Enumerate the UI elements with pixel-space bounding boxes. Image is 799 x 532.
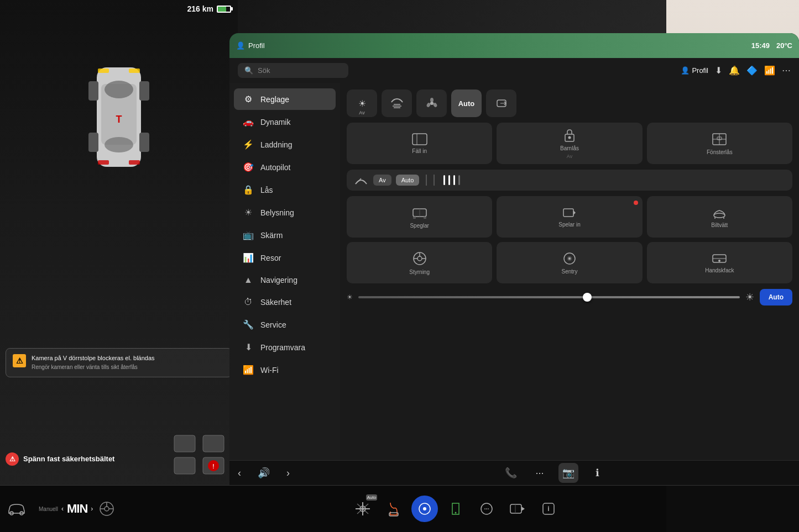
navigering-icon: ▲ xyxy=(243,275,254,285)
sidebar-item-sakerhet[interactable]: ⏱ Säkerhet xyxy=(234,292,336,313)
svg-point-59 xyxy=(105,507,109,511)
search-box[interactable]: 🔍 Sök xyxy=(238,63,348,78)
sentry-label: Sentry xyxy=(562,268,578,275)
sidebar-item-reglage[interactable]: ⚙ Reglage xyxy=(234,88,336,110)
car-bottom-icon[interactable] xyxy=(0,501,33,517)
brightness-btn[interactable]: ☀ Av xyxy=(347,89,377,117)
info-bottom-btn[interactable]: i xyxy=(535,496,562,522)
range-display: 216 km xyxy=(187,4,213,13)
left-arrow-temp[interactable]: ‹ xyxy=(61,505,64,513)
heated-steering-btn[interactable] xyxy=(93,501,121,517)
person-icon-header: 👤 xyxy=(681,66,690,75)
brightness-slider[interactable] xyxy=(358,296,740,298)
camera-warning-title: Kamera på V dörrstolpe blockeras el. blä… xyxy=(32,354,155,362)
media-btn[interactable] xyxy=(411,496,438,522)
sakerhet-label: Säkerhet xyxy=(260,298,291,307)
search-placeholder-text: Sök xyxy=(258,66,270,75)
map-overlay: 👤 Profil 15:49 20°C xyxy=(229,33,799,58)
sidebar-item-skarm[interactable]: 📺 Skärm xyxy=(234,224,336,246)
fan-btn[interactable] xyxy=(416,89,447,117)
styrning-btn[interactable]: Styrning xyxy=(347,242,492,283)
apps-bottom-btn[interactable]: ··· xyxy=(473,496,500,522)
more-header-icon[interactable]: ⋯ xyxy=(782,65,791,76)
climate-center-btn[interactable]: Auto xyxy=(349,496,376,522)
seat-heat-btn[interactable] xyxy=(380,496,407,522)
profile-label[interactable]: 👤 Profil xyxy=(236,41,265,50)
panel-header: 🔍 Sök 👤 Profil ⬇ 🔔 🔷 📶 ⋯ xyxy=(229,58,799,83)
bluetooth-icon[interactable]: 🔷 xyxy=(746,65,758,76)
defrost-front-btn[interactable] xyxy=(382,89,412,117)
svg-rect-27 xyxy=(412,134,427,145)
svg-rect-11 xyxy=(98,160,109,165)
barnlas-sublabel: Av xyxy=(567,154,572,159)
camera-warning-box: ⚠ Kamera på V dörrstolpe blockeras el. b… xyxy=(6,348,232,377)
camera-bottom-btn[interactable] xyxy=(504,496,531,522)
auto-climate-btn[interactable]: Auto xyxy=(451,89,482,117)
handskfack-btn[interactable]: Handskfack xyxy=(647,242,792,283)
panel-content: ⚙ Reglage 🚗 Dynamik ⚡ Laddning 🎯 Autopil… xyxy=(229,83,799,460)
svg-rect-70 xyxy=(510,504,521,513)
sidebar-item-autopilot[interactable]: 🎯 Autopilot xyxy=(234,156,336,178)
svg-rect-9 xyxy=(98,69,109,73)
apps-icon: ··· xyxy=(480,502,493,515)
spelar-in-btn[interactable]: Spelar in xyxy=(497,196,642,238)
notification-icon[interactable]: 🔔 xyxy=(729,65,740,76)
brightness-label: Av xyxy=(359,110,364,115)
sidebar-item-dynamik[interactable]: 🚗 Dynamik xyxy=(234,111,336,133)
fall-in-btn[interactable]: Fäll in xyxy=(347,123,492,164)
autopilot-label: Autopilot xyxy=(260,163,290,172)
camera-app-icon[interactable]: 📷 xyxy=(558,463,578,483)
svg-text:i: i xyxy=(548,505,550,513)
phone-icon[interactable]: 📞 xyxy=(501,463,521,483)
phone-bottom-btn[interactable] xyxy=(442,496,469,522)
bottom-status-bar: Manuell ‹ MIN › Auto xyxy=(0,485,799,532)
sidebar-item-belysning[interactable]: ☀ Belysning xyxy=(234,202,336,223)
profile-header-icon[interactable]: 👤 Profil xyxy=(681,66,708,75)
temp-mode-label: Manuell xyxy=(39,506,58,512)
volume-icon[interactable]: 🔊 xyxy=(254,463,274,483)
barnlas-label: Barnlås xyxy=(560,145,579,151)
back-arrow-icon[interactable]: ‹ xyxy=(229,463,249,483)
wifi-menu-icon: 📶 xyxy=(243,365,254,375)
info-bottom-icon: i xyxy=(542,502,555,515)
resor-label: Resor xyxy=(260,254,281,262)
sidebar-item-laddning[interactable]: ⚡ Laddning xyxy=(234,134,336,155)
auto-brightness-btn[interactable]: Auto xyxy=(760,289,792,305)
svg-rect-5 xyxy=(139,81,149,101)
more-apps-icon[interactable]: ··· xyxy=(530,463,550,483)
wifi-icon[interactable]: 📶 xyxy=(764,65,775,76)
barnlas-icon xyxy=(563,128,576,143)
belysning-icon: ☀ xyxy=(243,207,254,218)
brightness-large-icon: ☀ xyxy=(745,291,754,303)
handskfack-icon xyxy=(712,252,727,265)
info-icon[interactable]: ℹ xyxy=(587,463,607,483)
wiper-dot-2 xyxy=(448,175,450,185)
recirculate-btn[interactable] xyxy=(486,89,516,117)
sidebar-item-wifi[interactable]: 📶 Wi-Fi xyxy=(234,359,336,381)
slider-thumb xyxy=(583,293,592,302)
fonsterlås-btn[interactable]: Fönsterlås xyxy=(647,123,792,164)
sidebar-item-service[interactable]: 🔧 Service xyxy=(234,314,336,335)
service-icon: 🔧 xyxy=(243,319,254,330)
seatbelt-warning-text: Spänn fast säkerhetsbältet xyxy=(23,455,114,464)
car-icon xyxy=(7,501,27,517)
fonsterlås-icon xyxy=(712,131,727,147)
wiper-auto-btn[interactable]: Auto xyxy=(396,175,420,186)
svg-point-66 xyxy=(423,507,426,510)
sidebar-item-programvara[interactable]: ⬇ Programvara xyxy=(234,336,336,358)
forward-arrow-icon[interactable]: › xyxy=(278,463,298,483)
sidebar-item-resor[interactable]: 📊 Resor xyxy=(234,247,336,268)
svg-rect-7 xyxy=(139,133,149,152)
sakerhet-icon: ⏱ xyxy=(243,297,254,307)
biltvatt-btn[interactable]: Biltvätt xyxy=(647,196,792,238)
download-icon[interactable]: ⬇ xyxy=(715,65,722,76)
steering-wheel-icon xyxy=(98,501,115,517)
sidebar-item-navigering[interactable]: ▲ Navigering xyxy=(234,270,336,291)
auto-badge: Auto xyxy=(366,494,377,501)
speglar-btn[interactable]: Speglar xyxy=(347,196,492,238)
sidebar-item-las[interactable]: 🔒 Lås xyxy=(234,179,336,201)
barnlas-btn[interactable]: Barnlås Av xyxy=(497,123,642,164)
biltvatt-icon xyxy=(712,206,727,219)
sentry-btn[interactable]: Sentry xyxy=(497,242,642,283)
wiper-off-btn[interactable]: Av xyxy=(373,175,391,186)
